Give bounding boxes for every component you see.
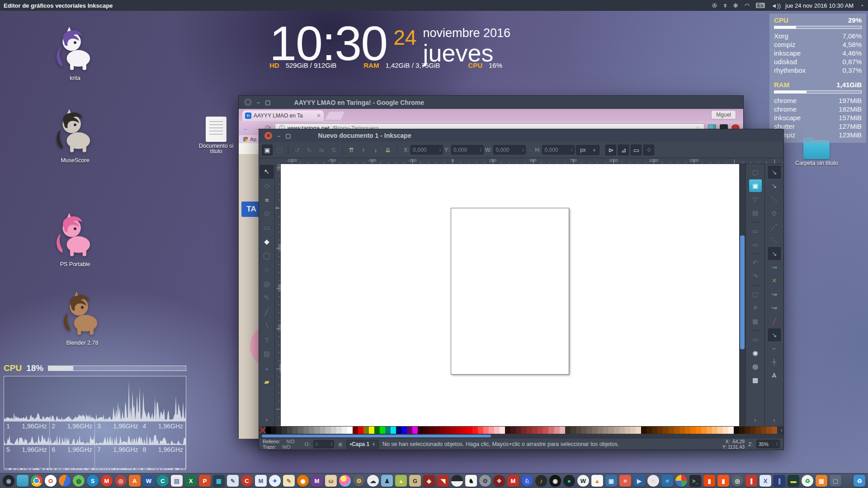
export-icon[interactable]: ▭: [749, 238, 762, 251]
diamond-game[interactable]: ◆: [423, 475, 435, 487]
palette-swatch[interactable]: [358, 427, 363, 434]
calligraphy-tool[interactable]: ∖: [260, 319, 274, 333]
chrome-tab[interactable]: T! AAYYY LMAO en Ta ✕: [242, 110, 324, 121]
palette-swatch[interactable]: [298, 427, 303, 434]
keyboard-layout[interactable]: Es: [756, 3, 764, 8]
chrome[interactable]: [31, 475, 42, 487]
document-page[interactable]: [451, 208, 569, 375]
clips-app[interactable]: ≡: [619, 475, 631, 487]
zoom-field[interactable]: 35%▴▾: [756, 440, 780, 448]
vinyl-player[interactable]: ◉: [549, 475, 561, 487]
volume-icon[interactable]: ◄)): [771, 2, 781, 9]
tab-close-icon[interactable]: ✕: [316, 113, 321, 119]
palette-swatch[interactable]: [750, 427, 755, 434]
vertical-scrollbar[interactable]: [739, 164, 745, 426]
palette-swatch[interactable]: [314, 427, 320, 434]
toolbar-icon[interactable]: ↺: [292, 145, 302, 155]
palette-swatch[interactable]: [472, 427, 478, 434]
bw-game[interactable]: ♞: [465, 475, 477, 487]
maximize-button[interactable]: ▢: [285, 132, 291, 139]
palette-swatch[interactable]: [434, 427, 440, 434]
palette-swatch[interactable]: [696, 427, 701, 434]
palette-swatch[interactable]: [619, 427, 625, 434]
palette-swatch[interactable]: [527, 427, 532, 434]
palette-swatch[interactable]: [674, 427, 679, 434]
mixer[interactable]: ∥: [745, 475, 757, 487]
palette-swatch[interactable]: [391, 427, 396, 434]
scrollbar-thumb[interactable]: [262, 435, 491, 437]
palette-swatch[interactable]: [347, 427, 353, 434]
gradient-tool[interactable]: ▨: [260, 347, 274, 361]
palette-swatch[interactable]: [353, 427, 358, 434]
video-player[interactable]: ▶: [633, 475, 645, 487]
palette-swatch[interactable]: [478, 427, 483, 434]
toolbar-icon[interactable]: ↻: [304, 145, 315, 155]
snap-rotation-center-icon[interactable]: ┼: [768, 356, 781, 368]
selector-tool[interactable]: ↖: [260, 165, 274, 178]
palette-swatch[interactable]: [745, 427, 750, 434]
palette-swatch[interactable]: [303, 427, 309, 434]
copy-icon[interactable]: ▢: [749, 288, 762, 300]
toolbar-icon[interactable]: ↑: [358, 145, 369, 155]
toolbar-icon[interactable]: ⇊: [382, 145, 393, 155]
apps-label[interactable]: Ap: [250, 136, 256, 142]
desktop-folder-untitled[interactable]: Carpeta sin título: [789, 140, 844, 166]
palette-swatch[interactable]: [396, 427, 401, 434]
whatpulse[interactable]: ◉: [3, 475, 14, 487]
palette-swatch[interactable]: [467, 427, 472, 434]
emblem-game[interactable]: ❖: [493, 475, 505, 487]
toolbar-icon[interactable]: ⇅: [328, 145, 339, 155]
toolbox-more[interactable]: ›: [260, 413, 274, 426]
skype[interactable]: S: [87, 475, 99, 487]
palette-swatch[interactable]: [374, 427, 380, 434]
vlc[interactable]: ▲: [591, 475, 603, 487]
redo-icon[interactable]: ↷: [749, 270, 762, 282]
palette-swatch[interactable]: [309, 427, 314, 434]
toolbar-icon[interactable]: ▢: [274, 145, 285, 155]
palette-swatch[interactable]: [728, 427, 734, 434]
web-browser[interactable]: ◍: [73, 475, 85, 487]
trash-icon[interactable]: ♻: [854, 475, 865, 487]
palette-swatch[interactable]: [282, 427, 287, 434]
palette-swatch[interactable]: [755, 427, 761, 434]
palette-swatch[interactable]: [380, 427, 385, 434]
palette-swatch[interactable]: [548, 427, 554, 434]
snap-bbox-corner-icon[interactable]: ◇: [768, 206, 781, 219]
toolbar-icon[interactable]: [286, 145, 290, 155]
y-field[interactable]: 0,000▴▾: [451, 145, 484, 155]
unit-dropdown[interactable]: px∨: [576, 145, 599, 155]
h-field[interactable]: 0,000▴▾: [542, 145, 575, 155]
inkscape-titlebar[interactable]: ✕ – ▢ Nuevo documento 1 - Inkscape: [259, 129, 783, 142]
blue-character-game[interactable]: ♘: [521, 475, 533, 487]
palette-swatch[interactable]: [456, 427, 462, 434]
print-icon[interactable]: ▤: [749, 206, 762, 219]
menubar-clock[interactable]: jue 24 nov 2016 10:30 AM: [785, 2, 854, 9]
toolbar-icon[interactable]: [340, 145, 344, 155]
blender[interactable]: ◉: [297, 475, 309, 487]
snap-text-baseline-icon[interactable]: A: [768, 369, 781, 382]
record-app[interactable]: ●: [563, 475, 575, 487]
new-document-icon[interactable]: ▢: [749, 166, 762, 178]
excel[interactable]: X: [185, 475, 197, 487]
dark-app[interactable]: ▬: [788, 475, 799, 487]
palette-swatch[interactable]: [516, 427, 521, 434]
palette-swatch[interactable]: [326, 427, 331, 434]
affect-toggle-icon[interactable]: ▭: [631, 145, 642, 155]
money-manager[interactable]: M: [255, 475, 267, 487]
snap-cusp-icon[interactable]: ↝: [768, 288, 781, 300]
palette-swatch[interactable]: [571, 427, 576, 434]
maximize-button[interactable]: ▢: [265, 99, 270, 106]
palette-swatch[interactable]: [669, 427, 674, 434]
zoom-page-icon[interactable]: ◎: [749, 360, 762, 373]
recycle-app[interactable]: ♻: [802, 475, 813, 487]
fox-app[interactable]: W: [577, 475, 589, 487]
palette-swatch[interactable]: [342, 427, 347, 434]
fill-value[interactable]: N/D: [287, 439, 295, 444]
tiles-app[interactable]: ▦: [213, 475, 225, 487]
wps-writer[interactable]: A: [129, 475, 141, 487]
palette-swatch[interactable]: [287, 427, 292, 434]
minimize-button[interactable]: –: [277, 132, 280, 139]
snap-nodes-icon[interactable]: ↘: [768, 247, 781, 260]
palette-swatch[interactable]: [385, 427, 391, 434]
stroke-value[interactable]: N/D: [282, 444, 290, 450]
